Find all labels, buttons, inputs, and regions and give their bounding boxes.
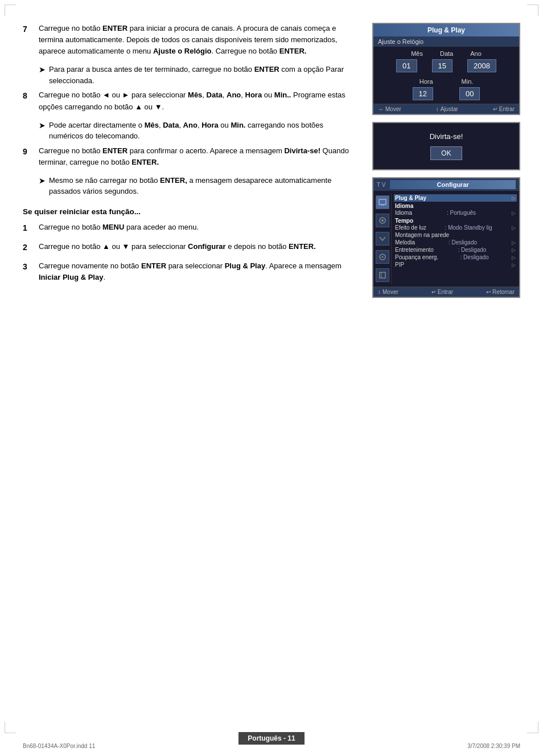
menu-item-montagem: Montagem na parede [394, 231, 517, 239]
config-entrar-label: Entrar [438, 289, 453, 295]
menu-pip-label: PIP [395, 261, 404, 268]
config-icons-column [373, 193, 392, 284]
config-icon-3 [376, 232, 389, 246]
step-7-text: Carregue no botão ENTER para iniciar a p… [39, 23, 355, 57]
reiniciar-step-3-text: Carregue novamente no botão ENTER para s… [39, 260, 355, 283]
step-9-note-text: Mesmo se não carregar no botão ENTER, a … [49, 175, 355, 197]
ano-value: 2008 [467, 59, 496, 72]
screen-plug-play-header: Plug & Play [373, 24, 519, 36]
config-icon-4 [376, 250, 389, 264]
reiniciar-step-2-number: 2 [23, 241, 39, 254]
mes-label: Mês [411, 50, 423, 57]
menu-item-efeito-luz: Efeito de luz : Modo Standby lig ▷ [394, 224, 517, 231]
reiniciar-step-1: 1 Carregue no botão MENU para aceder ao … [23, 222, 355, 234]
right-column: Plug & Play Ajuste o Relógio Mês Data An… [372, 23, 520, 305]
note-arrow-icon: ➤ [39, 64, 46, 86]
svg-rect-1 [381, 205, 384, 206]
step-8: 8 Carregue no botão ◄ ou ► para seleccio… [23, 89, 355, 112]
step-8-note: ➤ Pode acertar directamente o Mês, Data,… [39, 120, 355, 142]
menu-poupanca-label: Poupança energ. [395, 254, 438, 260]
menu-item-pip: PIP ▷ [394, 261, 517, 268]
menu-melodia-arrow: ▷ [512, 240, 516, 246]
menu-melodia-value: : Desligado [449, 239, 477, 246]
menu-poupanca-value: : Desligado [460, 254, 489, 260]
screen-divirta: Divirta-se! OK [372, 122, 520, 170]
config-retornar-label: Retornar [492, 289, 515, 295]
config-entrar-icon: ↵ [431, 289, 436, 295]
menu-efeito-value: : Modo Standby lig [445, 224, 492, 231]
min-label: Min. [462, 78, 474, 85]
footer-entrar: ↵ Entrar [493, 106, 515, 112]
menu-plug-play-label: Plug & Play [395, 195, 426, 201]
menu-poupanca-arrow: ▷ [512, 255, 516, 260]
page-number: Português - 11 [238, 732, 304, 745]
menu-idioma-value: : Português [447, 210, 476, 216]
corner-tr [527, 5, 538, 16]
entrar-icon: ↵ [493, 106, 497, 112]
step-8-number: 8 [23, 89, 39, 112]
plug-play-footer: ↔ Mover ↕ Ajustar ↵ Entrar [373, 104, 519, 114]
menu-efeito-arrow: ▷ [512, 225, 516, 231]
reiniciar-step-1-text: Carregue no botão MENU para aceder ao me… [39, 222, 355, 234]
config-title: Configurar [390, 180, 516, 189]
menu-efeito-label: Efeito de luz [395, 224, 426, 231]
corner-br [527, 722, 538, 733]
menu-item-idioma: Idioma : Português ▷ [394, 209, 517, 216]
config-tv-label: T V [377, 182, 385, 188]
menu-melodia-label: Melodia [395, 239, 415, 246]
reiniciar-step-2-text: Carregue no botão ▲ ou ▼ para selecciona… [39, 241, 355, 254]
step-9: 9 Carregue no botão ENTER para confirmar… [23, 145, 355, 168]
menu-section-idioma: Idioma [394, 202, 517, 209]
screen-plug-play: Plug & Play Ajuste o Relógio Mês Data An… [372, 23, 520, 115]
divirta-content: Divirta-se! OK [373, 123, 519, 169]
reiniciar-step-3-number: 3 [23, 260, 39, 283]
divirta-ok: OK [430, 146, 462, 160]
time-values-row: 12 00 [373, 86, 519, 104]
entrar-label: Entrar [499, 106, 515, 112]
menu-idioma-arrow: ▷ [512, 210, 516, 216]
config-icon-5 [376, 268, 389, 282]
menu-item-entretenimento: Entretenimento : Desligado ▷ [394, 246, 517, 254]
reiniciar-title: Se quiser reiniciar esta função... [23, 207, 355, 216]
step-7: 7 Carregue no botão ENTER para iniciar a… [23, 23, 355, 57]
step-7-note-text: Para parar a busca antes de ter terminad… [49, 64, 355, 86]
config-menu-items: Plug & Play ▷ Idioma Idioma : Português … [392, 193, 519, 284]
config-mover-label: Mover [382, 289, 398, 295]
menu-entre-arrow: ▷ [512, 247, 516, 253]
menu-item-melodia: Melodia : Desligado ▷ [394, 239, 517, 246]
config-footer-entrar: ↵ Entrar [431, 289, 453, 295]
step-9-number: 9 [23, 145, 39, 168]
config-header: T V Configurar [373, 178, 519, 191]
mover-icon: ↔ [378, 106, 384, 112]
main-content: 7 Carregue no botão ENTER para iniciar a… [23, 23, 520, 305]
mes-value: 01 [396, 59, 417, 72]
menu-plug-play-arrow: ▷ [512, 195, 516, 201]
menu-pip-arrow: ▷ [512, 262, 516, 268]
step-7-number: 7 [23, 23, 39, 57]
note-arrow-8-icon: ➤ [39, 120, 46, 142]
data-value: 15 [432, 59, 452, 72]
screen-ajuste-relogio: Ajuste o Relógio [373, 36, 519, 47]
step-8-text: Carregue no botão ◄ ou ► para selecciona… [39, 89, 355, 112]
file-info-left: Bn68-01434A-X0Por.indd 11 [23, 743, 95, 749]
data-label: Data [440, 50, 453, 57]
svg-point-3 [381, 219, 384, 222]
step-9-note: ➤ Mesmo se não carregar no botão ENTER, … [39, 175, 355, 197]
step-7-note: ➤ Para parar a busca antes de ter termin… [39, 64, 355, 86]
svg-rect-0 [379, 199, 386, 205]
menu-section-tempo: Tempo [394, 216, 517, 224]
note-arrow-9-icon: ➤ [39, 175, 46, 197]
config-footer-mover: ↕ Mover [378, 289, 398, 295]
svg-rect-5 [380, 272, 385, 278]
ano-label: Ano [470, 50, 482, 57]
file-info-right: 3/7/2008 2:30:39 PM [467, 743, 520, 749]
corner-bl [5, 722, 16, 733]
config-icon-2 [376, 214, 389, 227]
config-icon-1 [376, 195, 389, 209]
clock-values-row: 01 15 2008 [373, 58, 519, 76]
step-8-note-text: Pode acertar directamente o Mês, Data, A… [49, 120, 355, 142]
hora-label: Hora [419, 78, 433, 85]
menu-entre-label: Entretenimento [395, 247, 434, 253]
ajustar-icon: ↕ [436, 106, 439, 112]
reiniciar-step-3: 3 Carregue novamente no botão ENTER para… [23, 260, 355, 283]
